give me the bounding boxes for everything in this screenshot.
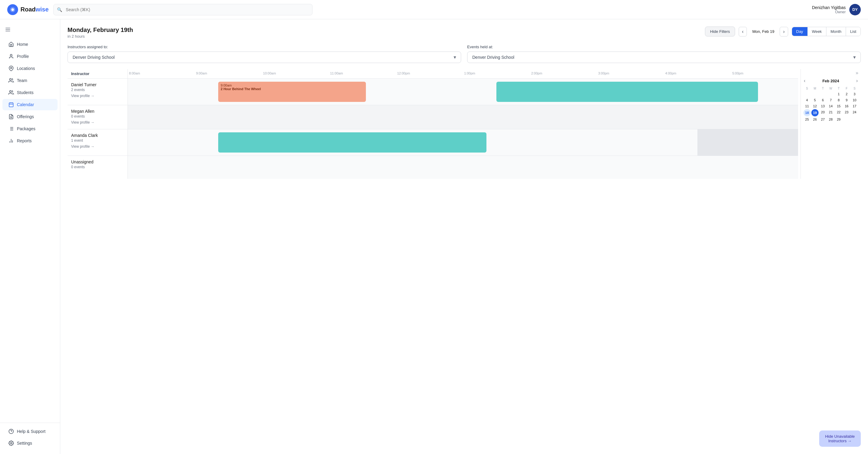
expand-btn: »: [803, 69, 858, 77]
logo: Roadwise: [7, 4, 49, 15]
amanda-event-1[interactable]: [218, 132, 487, 153]
daniel-event-1[interactable]: 9:00am 2 Hour Behind The Wheel: [218, 82, 366, 102]
sidebar-item-offerings[interactable]: Offerings: [2, 111, 58, 122]
sidebar-item-home[interactable]: Home: [2, 38, 58, 50]
sidebar-item-help[interactable]: Help & Support: [2, 426, 58, 437]
sidebar-offerings-label: Offerings: [17, 114, 34, 119]
day-label-t1: T: [819, 86, 827, 91]
svg-point-8: [10, 90, 11, 92]
sidebar-item-packages[interactable]: Packages: [2, 123, 58, 134]
sidebar-item-students[interactable]: Students: [2, 87, 58, 98]
mini-cal-day-5[interactable]: 5: [811, 97, 818, 103]
mini-cal-day-17[interactable]: 17: [851, 103, 858, 109]
mini-cal-day-3[interactable]: 3: [851, 91, 858, 97]
mini-cal-empty-6: [851, 116, 858, 122]
user-info: Denizhan Yigitbas Owner DY: [812, 4, 861, 16]
main-layout: Home Profile Locations Team Students Cal…: [0, 19, 868, 454]
main-content: Monday, February 19th in 2 hours Hide Fi…: [60, 19, 868, 454]
prev-date-button[interactable]: ‹: [739, 27, 747, 36]
mini-cal-day-11[interactable]: 11: [803, 103, 811, 109]
search-bar[interactable]: 🔍: [53, 4, 313, 16]
mini-cal-day-13[interactable]: 13: [819, 103, 827, 109]
mini-cal-day-24[interactable]: 24: [851, 109, 858, 116]
daniel-view-profile[interactable]: View profile →: [71, 94, 124, 98]
mini-cal-day-labels: S M T W T F S: [803, 86, 858, 91]
mini-cal-day-7[interactable]: 7: [827, 97, 835, 103]
mini-cal-day-2[interactable]: 2: [843, 91, 850, 97]
mini-cal-prev[interactable]: ‹: [804, 78, 805, 84]
view-tabs: Day Week Month List: [792, 27, 861, 36]
mini-cal-day-16[interactable]: 16: [843, 103, 850, 109]
mini-cal-day-10[interactable]: 10: [851, 97, 858, 103]
mini-cal-day-29[interactable]: 29: [835, 116, 842, 122]
hamburger-menu[interactable]: [0, 24, 60, 38]
mini-cal-day-14[interactable]: 14: [827, 103, 835, 109]
mini-cal-day-4[interactable]: 4: [803, 97, 811, 103]
expand-icon[interactable]: »: [856, 70, 858, 75]
team-icon: [8, 78, 14, 83]
sidebar-item-profile[interactable]: Profile: [2, 51, 58, 62]
sidebar-settings-label: Settings: [17, 441, 32, 446]
instructors-select[interactable]: Denver Driving School: [67, 52, 461, 63]
mini-cal-day-18-wrap[interactable]: 18: [803, 109, 811, 116]
daniel-event-count: 2 events: [71, 88, 124, 92]
mini-cal-next[interactable]: ›: [856, 78, 858, 84]
daniel-event-2[interactable]: [496, 82, 758, 102]
mini-cal-day-12[interactable]: 12: [811, 103, 818, 109]
tab-week[interactable]: Week: [808, 27, 827, 36]
mini-cal-week-3: 11 12 13 14 15 16 17: [803, 103, 858, 109]
mini-cal-day-26[interactable]: 26: [811, 116, 818, 122]
hide-unavailable-button[interactable]: Hide UnavailableInstructors →: [819, 430, 861, 447]
day-label-s2: S: [851, 86, 858, 91]
mini-cal-day-25[interactable]: 25: [803, 116, 811, 122]
megan-name: Megan Allen: [71, 109, 124, 114]
instructor-column-header: Instructor: [67, 69, 128, 79]
mini-cal-day-19-wrap[interactable]: 19: [811, 109, 818, 116]
sidebar-item-reports[interactable]: Reports: [2, 135, 58, 147]
tab-day[interactable]: Day: [792, 27, 808, 36]
sidebar-bottom: Help & Support Settings: [0, 423, 60, 449]
mini-cal-day-20[interactable]: 20: [819, 109, 827, 116]
mini-cal-week-4: 18 19 20 21 22 23 24: [803, 109, 858, 116]
event-time-1: 9:00am: [221, 84, 363, 87]
reports-icon: [8, 138, 14, 144]
mini-cal-day-8[interactable]: 8: [835, 97, 842, 103]
search-input[interactable]: [53, 4, 313, 16]
user-role: Owner: [812, 10, 846, 14]
sidebar-item-calendar[interactable]: Calendar: [2, 99, 58, 110]
unassigned-name: Unassigned: [71, 159, 124, 164]
day-label-s1: S: [803, 86, 811, 91]
next-date-button[interactable]: ›: [780, 27, 788, 36]
tab-list[interactable]: List: [846, 27, 861, 36]
sidebar-item-locations[interactable]: Locations: [2, 63, 58, 74]
megan-view-profile[interactable]: View profile →: [71, 120, 124, 124]
instructors-select-wrapper: Denver Driving School ▼: [67, 52, 461, 63]
mini-cal-day-15[interactable]: 15: [835, 103, 842, 109]
mini-cal-day-6[interactable]: 6: [819, 97, 827, 103]
mini-cal-week-2: 4 5 6 7 8 9 10: [803, 97, 858, 103]
sidebar-help-label: Help & Support: [17, 429, 45, 434]
tab-month[interactable]: Month: [827, 27, 846, 36]
locations-icon: [8, 66, 14, 71]
mini-cal-day-23[interactable]: 23: [843, 109, 850, 116]
amanda-info: Amanda Clark 1 event View profile →: [67, 129, 128, 156]
hide-filters-button[interactable]: Hide Filters: [705, 27, 735, 36]
sidebar-item-settings[interactable]: Settings: [2, 437, 58, 449]
mini-cal-day-27[interactable]: 27: [819, 116, 827, 122]
time-label-1pm: 1:00pm: [463, 69, 530, 79]
sidebar-item-team[interactable]: Team: [2, 75, 58, 86]
mini-cal-day-28[interactable]: 28: [827, 116, 835, 122]
amanda-view-profile[interactable]: View profile →: [71, 144, 124, 149]
svg-point-5: [10, 54, 12, 56]
mini-cal-day-9[interactable]: 9: [843, 97, 850, 103]
mini-cal-day-22[interactable]: 22: [835, 109, 842, 116]
topbar: Roadwise 🔍 Denizhan Yigitbas Owner DY: [0, 0, 868, 19]
hide-unavailable-label: Hide UnavailableInstructors →: [825, 434, 855, 443]
events-select[interactable]: Denver Driving School: [467, 52, 861, 63]
sidebar-reports-label: Reports: [17, 139, 32, 143]
mini-cal-day-1[interactable]: 1: [835, 91, 842, 97]
mini-cal-day-21[interactable]: 21: [827, 109, 835, 116]
logo-icon: [7, 4, 18, 15]
events-filter-group: Events held at: Denver Driving School ▼: [467, 44, 861, 63]
daniel-info: Daniel Turner 2 events View profile →: [67, 79, 128, 105]
